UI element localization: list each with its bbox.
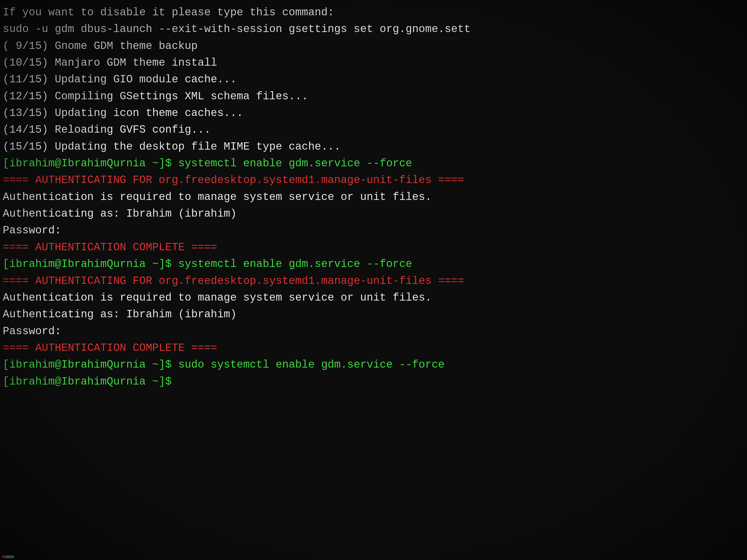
terminal-line-line7: (11/15) Updating GIO module cache... — [3, 71, 744, 88]
terminal-line-line20: Authentication is required to manage sys… — [3, 289, 744, 306]
terminal-bottom-bar — [2, 555, 14, 558]
color-segment-blue — [10, 556, 14, 558]
terminal-line-line18: [ibrahim@IbrahimQurnia ~]$ systemctl ena… — [3, 256, 744, 272]
terminal-line-line11: (15/15) Updating the desktop file MIME t… — [3, 138, 744, 155]
terminal-line-line16: Password: — [3, 222, 744, 239]
terminal-line-line5: ( 9/15) Gnome GDM theme backup — [3, 38, 744, 54]
terminal-line-line9: (13/15) Updating icon theme caches... — [3, 105, 744, 122]
terminal-line-line1: If you want to disable it please type th… — [3, 4, 744, 21]
terminal-line-line24: [ibrahim@IbrahimQurnia ~]$ sudo systemct… — [3, 356, 744, 373]
color-segment-green — [6, 556, 10, 558]
terminal-line-line6: (10/15) Manjaro GDM theme install — [3, 54, 744, 71]
terminal-line-line17: ==== AUTHENTICATION COMPLETE ==== — [3, 239, 744, 256]
terminal-line-line13: ==== AUTHENTICATING FOR org.freedesktop.… — [3, 172, 744, 188]
terminal-line-line25: [ibrahim@IbrahimQurnia ~]$ — [3, 373, 744, 390]
terminal-line-line10: (14/15) Reloading GVFS config... — [3, 122, 744, 138]
terminal-line-line12: [ibrahim@IbrahimQurnia ~]$ systemctl ena… — [3, 155, 744, 172]
terminal-output: If you want to disable it please type th… — [3, 4, 744, 390]
terminal-line-line23: ==== AUTHENTICATION COMPLETE ==== — [3, 340, 744, 356]
terminal-line-line3: sudo -u gdm dbus-launch --exit-with-sess… — [3, 21, 744, 37]
terminal-screen: If you want to disable it please type th… — [0, 0, 747, 560]
terminal-line-line14: Authentication is required to manage sys… — [3, 189, 744, 206]
terminal-line-line15: Authenticating as: Ibrahim (ibrahim) — [3, 206, 744, 222]
color-segment-red — [2, 556, 6, 558]
terminal-line-line19: ==== AUTHENTICATING FOR org.freedesktop.… — [3, 273, 744, 289]
terminal-line-line22: Password: — [3, 323, 744, 340]
color-bar — [2, 555, 14, 558]
terminal-line-line21: Authenticating as: Ibrahim (ibrahim) — [3, 306, 744, 323]
terminal-line-line8: (12/15) Compiling GSettings XML schema f… — [3, 88, 744, 105]
